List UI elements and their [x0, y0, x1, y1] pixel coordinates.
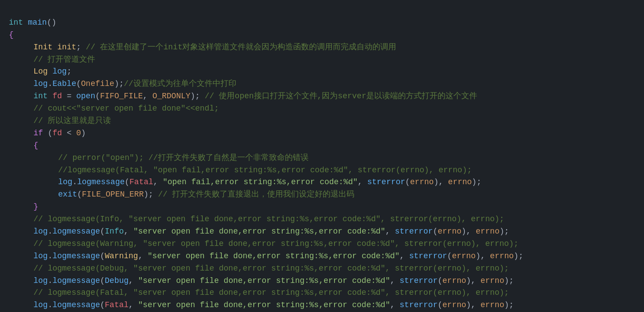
line-15: exit(FILE_OPEN_ERR); // 打开文件失败了直接退出，使用我们… — [9, 190, 354, 199]
line-21: // logmessage(Debug, "server open file d… — [9, 264, 509, 273]
line-11: { — [9, 141, 38, 150]
line-16: } — [9, 202, 38, 211]
line-13: //logmessage(Fatal, "open fail,error str… — [9, 166, 472, 175]
line-10: if (fd < 0) — [9, 129, 86, 137]
line-5: Log log; — [9, 67, 71, 76]
line-14: log.logmessage(Fatal, "open fail,error s… — [9, 178, 481, 186]
line-20: log.logmessage(Warning, "server open fil… — [9, 252, 523, 260]
line-24: log.logmessage(Fatal, "server open file … — [9, 301, 514, 309]
line-7: int fd = open(FIFO_FILE, O_RDONLY); // 使… — [9, 92, 477, 100]
line-18: log.logmessage(Info, "server open file d… — [9, 227, 509, 236]
code-editor[interactable]: int main() { Init init; // 在这里创建了一个init对… — [9, 4, 644, 312]
line-1: int main() — [9, 18, 56, 27]
line-3: Init init; // 在这里创建了一个init对象这样管道文件就会因为构造… — [9, 43, 396, 52]
line-6: log.Eable(Onefile);//设置模式为往单个文件中打印 — [9, 79, 236, 88]
line-19: // logmessage(Warning, "server open file… — [9, 239, 519, 248]
line-2: { — [9, 30, 14, 39]
line-4: // 打开管道文件 — [9, 55, 95, 64]
line-23: // logmessage(Fatal, "server open file d… — [9, 288, 509, 297]
line-12: // perror("open"); //打开文件失败了自然是一个非常致命的错误 — [9, 153, 309, 162]
line-8: // cout<<"server open file done"<<endl; — [9, 104, 219, 113]
line-9: // 所以这里就是只读 — [9, 116, 111, 125]
line-22: log.logmessage(Debug, "server open file … — [9, 276, 514, 285]
line-17: // logmessage(Info, "server open file do… — [9, 215, 504, 223]
